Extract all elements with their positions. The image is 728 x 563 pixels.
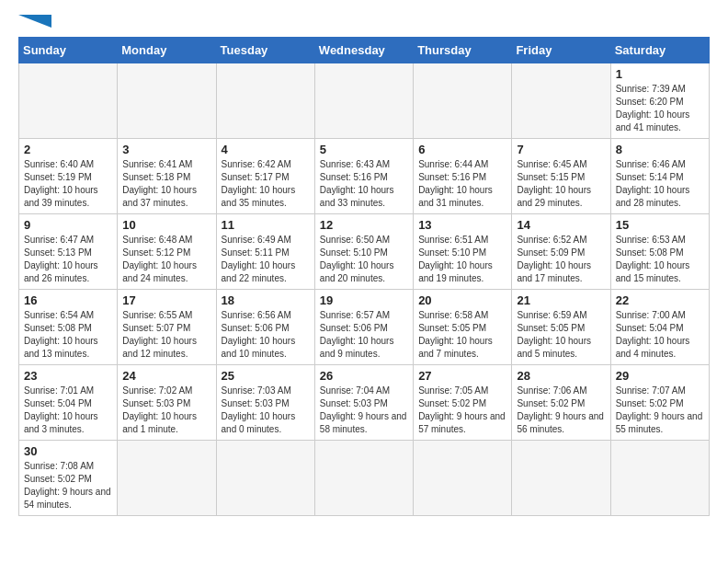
week-row-3: 9Sunrise: 6:47 AM Sunset: 5:13 PM Daylig…: [19, 214, 710, 290]
day-number: 11: [222, 218, 310, 232]
day-info: Sunrise: 6:50 AM Sunset: 5:10 PM Dayligh…: [320, 234, 408, 285]
page-header: [18, 15, 710, 28]
week-row-5: 23Sunrise: 7:01 AM Sunset: 5:04 PM Dayli…: [19, 365, 710, 441]
day-info: Sunrise: 7:08 AM Sunset: 5:02 PM Dayligh…: [24, 460, 112, 511]
week-row-1: 1Sunrise: 7:39 AM Sunset: 6:20 PM Daylig…: [19, 63, 710, 139]
day-cell: [118, 63, 216, 139]
day-cell: 8Sunrise: 6:46 AM Sunset: 5:14 PM Daylig…: [610, 139, 709, 214]
day-cell: 30Sunrise: 7:08 AM Sunset: 5:02 PM Dayli…: [19, 441, 118, 516]
day-info: Sunrise: 6:56 AM Sunset: 5:06 PM Dayligh…: [222, 309, 310, 361]
day-cell: 18Sunrise: 6:56 AM Sunset: 5:06 PM Dayli…: [216, 290, 314, 365]
day-cell: 16Sunrise: 6:54 AM Sunset: 5:08 PM Dayli…: [19, 290, 118, 365]
day-cell: 10Sunrise: 6:48 AM Sunset: 5:12 PM Dayli…: [118, 214, 216, 290]
day-cell: 25Sunrise: 7:03 AM Sunset: 5:03 PM Dayli…: [216, 365, 314, 441]
day-info: Sunrise: 7:05 AM Sunset: 5:02 PM Dayligh…: [418, 385, 506, 436]
day-cell: 4Sunrise: 6:42 AM Sunset: 5:17 PM Daylig…: [216, 139, 314, 214]
day-number: 30: [24, 444, 112, 458]
day-info: Sunrise: 7:02 AM Sunset: 5:03 PM Dayligh…: [122, 385, 210, 436]
week-row-6: 30Sunrise: 7:08 AM Sunset: 5:02 PM Dayli…: [19, 441, 710, 516]
weekday-header-row: SundayMondayTuesdayWednesdayThursdayFrid…: [19, 38, 710, 63]
day-info: Sunrise: 6:58 AM Sunset: 5:05 PM Dayligh…: [418, 309, 506, 361]
day-info: Sunrise: 6:51 AM Sunset: 5:10 PM Dayligh…: [418, 234, 506, 285]
weekday-header-monday: Monday: [118, 38, 216, 63]
day-info: Sunrise: 6:59 AM Sunset: 5:05 PM Dayligh…: [517, 309, 605, 361]
day-cell: 28Sunrise: 7:06 AM Sunset: 5:02 PM Dayli…: [512, 365, 610, 441]
day-number: 6: [418, 143, 506, 156]
day-cell: [610, 441, 709, 516]
day-cell: [512, 441, 610, 516]
day-cell: 13Sunrise: 6:51 AM Sunset: 5:10 PM Dayli…: [414, 214, 512, 290]
weekday-header-saturday: Saturday: [610, 38, 709, 63]
day-info: Sunrise: 6:54 AM Sunset: 5:08 PM Dayligh…: [24, 309, 112, 361]
day-number: 16: [24, 293, 112, 307]
day-cell: [414, 441, 512, 516]
weekday-header-thursday: Thursday: [414, 38, 512, 63]
day-cell: 15Sunrise: 6:53 AM Sunset: 5:08 PM Dayli…: [610, 214, 709, 290]
weekday-header-wednesday: Wednesday: [314, 38, 413, 63]
day-number: 14: [517, 218, 605, 232]
day-cell: 26Sunrise: 7:04 AM Sunset: 5:03 PM Dayli…: [314, 365, 413, 441]
day-info: Sunrise: 6:42 AM Sunset: 5:17 PM Dayligh…: [222, 158, 310, 210]
day-number: 3: [122, 143, 210, 156]
day-number: 13: [418, 218, 506, 232]
day-cell: 17Sunrise: 6:55 AM Sunset: 5:07 PM Dayli…: [118, 290, 216, 365]
day-number: 26: [320, 369, 408, 383]
weekday-header-friday: Friday: [512, 38, 610, 63]
day-info: Sunrise: 6:47 AM Sunset: 5:13 PM Dayligh…: [24, 234, 112, 285]
day-cell: [118, 441, 216, 516]
day-cell: [512, 63, 610, 139]
day-number: 21: [517, 293, 605, 307]
day-cell: 23Sunrise: 7:01 AM Sunset: 5:04 PM Dayli…: [19, 365, 118, 441]
day-cell: 27Sunrise: 7:05 AM Sunset: 5:02 PM Dayli…: [414, 365, 512, 441]
day-number: 22: [616, 293, 704, 307]
day-number: 4: [222, 143, 310, 156]
day-number: 5: [320, 143, 408, 156]
day-cell: 9Sunrise: 6:47 AM Sunset: 5:13 PM Daylig…: [19, 214, 118, 290]
day-cell: [216, 441, 314, 516]
day-info: Sunrise: 7:39 AM Sunset: 6:20 PM Dayligh…: [616, 83, 704, 134]
calendar-table: SundayMondayTuesdayWednesdayThursdayFrid…: [18, 37, 710, 516]
day-info: Sunrise: 6:55 AM Sunset: 5:07 PM Dayligh…: [122, 309, 210, 361]
weekday-header-tuesday: Tuesday: [216, 38, 314, 63]
day-info: Sunrise: 6:46 AM Sunset: 5:14 PM Dayligh…: [616, 158, 704, 210]
day-info: Sunrise: 6:48 AM Sunset: 5:12 PM Dayligh…: [122, 234, 210, 285]
logo: [18, 15, 51, 28]
day-cell: 24Sunrise: 7:02 AM Sunset: 5:03 PM Dayli…: [118, 365, 216, 441]
day-info: Sunrise: 7:00 AM Sunset: 5:04 PM Dayligh…: [616, 309, 704, 361]
day-number: 18: [222, 293, 310, 307]
day-cell: 11Sunrise: 6:49 AM Sunset: 5:11 PM Dayli…: [216, 214, 314, 290]
weekday-header-sunday: Sunday: [19, 38, 118, 63]
day-info: Sunrise: 6:57 AM Sunset: 5:06 PM Dayligh…: [320, 309, 408, 361]
day-cell: [314, 63, 413, 139]
day-number: 20: [418, 293, 506, 307]
day-number: 29: [616, 369, 704, 383]
day-cell: 3Sunrise: 6:41 AM Sunset: 5:18 PM Daylig…: [118, 139, 216, 214]
day-number: 17: [122, 293, 210, 307]
day-cell: 12Sunrise: 6:50 AM Sunset: 5:10 PM Dayli…: [314, 214, 413, 290]
day-cell: 7Sunrise: 6:45 AM Sunset: 5:15 PM Daylig…: [512, 139, 610, 214]
day-number: 23: [24, 369, 112, 383]
day-info: Sunrise: 6:52 AM Sunset: 5:09 PM Dayligh…: [517, 234, 605, 285]
day-cell: [414, 63, 512, 139]
day-cell: 14Sunrise: 6:52 AM Sunset: 5:09 PM Dayli…: [512, 214, 610, 290]
day-info: Sunrise: 7:03 AM Sunset: 5:03 PM Dayligh…: [222, 385, 310, 436]
day-cell: 19Sunrise: 6:57 AM Sunset: 5:06 PM Dayli…: [314, 290, 413, 365]
day-number: 8: [616, 143, 704, 156]
day-cell: 1Sunrise: 7:39 AM Sunset: 6:20 PM Daylig…: [610, 63, 709, 139]
day-info: Sunrise: 7:06 AM Sunset: 5:02 PM Dayligh…: [517, 385, 605, 436]
day-info: Sunrise: 6:53 AM Sunset: 5:08 PM Dayligh…: [616, 234, 704, 285]
day-info: Sunrise: 6:49 AM Sunset: 5:11 PM Dayligh…: [222, 234, 310, 285]
day-number: 25: [222, 369, 310, 383]
day-cell: 29Sunrise: 7:07 AM Sunset: 5:02 PM Dayli…: [610, 365, 709, 441]
day-number: 9: [24, 218, 112, 232]
day-number: 7: [517, 143, 605, 156]
day-info: Sunrise: 7:07 AM Sunset: 5:02 PM Dayligh…: [616, 385, 704, 436]
svg-marker-0: [18, 15, 51, 28]
day-number: 15: [616, 218, 704, 232]
day-info: Sunrise: 7:01 AM Sunset: 5:04 PM Dayligh…: [24, 385, 112, 436]
day-cell: [314, 441, 413, 516]
day-number: 10: [122, 218, 210, 232]
day-info: Sunrise: 6:41 AM Sunset: 5:18 PM Dayligh…: [122, 158, 210, 210]
day-info: Sunrise: 6:43 AM Sunset: 5:16 PM Dayligh…: [320, 158, 408, 210]
day-number: 27: [418, 369, 506, 383]
